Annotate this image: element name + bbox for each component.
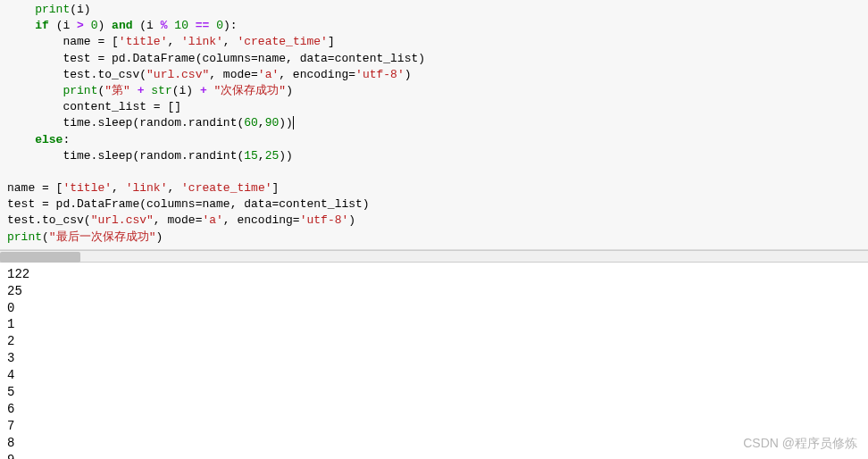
code-line: test.to_csv("url.csv", mode='a', encodin…	[7, 67, 861, 83]
code-editor[interactable]: print(i) if (i > 0) and (i % 10 == 0): n…	[0, 0, 868, 250]
code-line: content_list = []	[7, 99, 861, 115]
output-line: 4	[7, 367, 861, 384]
code-line: test.to_csv("url.csv", mode='a', encodin…	[7, 213, 861, 229]
output-line: 2	[7, 333, 861, 350]
output-line: 25	[7, 283, 861, 300]
code-line: test = pd.DataFrame(columns=name, data=c…	[7, 51, 861, 67]
keyword-else: else	[35, 133, 63, 146]
scrollbar-thumb[interactable]	[0, 252, 80, 263]
output-line: 5	[7, 384, 861, 401]
code-line: name = ['title', 'link', 'create_time']	[7, 34, 861, 50]
code-line: print("最后一次保存成功")	[7, 230, 861, 246]
code-line: if (i > 0) and (i % 10 == 0):	[7, 18, 861, 34]
keyword-and: and	[112, 19, 132, 32]
keyword-if: if	[35, 19, 49, 32]
code-line	[7, 164, 861, 180]
code-line: print("第" + str(i) + "次保存成功")	[7, 83, 861, 99]
builtin-print: print	[35, 3, 70, 16]
output-line: 0	[7, 300, 861, 317]
output-console: 122 25 0 1 2 3 4 5 6 7 8 9 10 第10次保存成功	[0, 263, 868, 459]
output-line: 6	[7, 401, 861, 418]
output-line: 3	[7, 350, 861, 367]
output-line: 1	[7, 316, 861, 333]
code-line: else:	[7, 132, 861, 148]
horizontal-scrollbar[interactable]	[0, 250, 868, 263]
code-line: name = ['title', 'link', 'create_time']	[7, 180, 861, 196]
output-line: 8	[7, 435, 861, 452]
code-line: print(i)	[7, 2, 861, 18]
code-line: test = pd.DataFrame(columns=name, data=c…	[7, 196, 861, 213]
text-cursor	[293, 116, 294, 129]
output-line: 7	[7, 418, 861, 435]
output-line: 122	[7, 266, 861, 283]
watermark: CSDN @程序员修炼	[743, 436, 857, 452]
code-line: time.sleep(random.randint(60,90))	[7, 115, 861, 131]
output-line: 9	[7, 452, 861, 459]
code-line: time.sleep(random.randint(15,25))	[7, 148, 861, 164]
